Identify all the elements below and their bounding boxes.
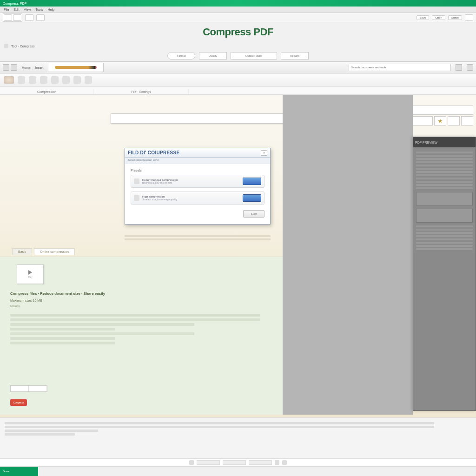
bullet-line xyxy=(10,318,260,321)
preview-text-line xyxy=(416,229,473,231)
status-item-zoom xyxy=(223,460,246,465)
preset-desc: Balanced quality and file size xyxy=(142,181,240,184)
preset-icon xyxy=(134,178,139,184)
app-title: Compress PDF xyxy=(0,26,476,38)
info-subheading-2: Options xyxy=(10,304,20,307)
preview-column xyxy=(283,95,413,415)
right-sidebar-header: PDF PREVIEW xyxy=(413,137,476,147)
redo-icon[interactable] xyxy=(62,76,70,84)
size-input[interactable] xyxy=(11,386,29,391)
preview-field-box[interactable] xyxy=(416,209,473,223)
option-quality[interactable]: Quality xyxy=(199,52,227,60)
toolbar-save[interactable]: Save xyxy=(416,15,430,20)
status-icon xyxy=(189,460,194,465)
status-bar xyxy=(0,458,476,467)
back-button[interactable] xyxy=(4,14,12,21)
info-heading: Compress files · Reduce document size · … xyxy=(10,291,105,296)
preview-text-line xyxy=(416,168,473,170)
compress-button[interactable]: Compress xyxy=(10,399,27,406)
preview-text-line xyxy=(416,171,473,173)
zoom-in-icon[interactable] xyxy=(73,76,81,84)
preset-row-high[interactable]: High compression Smallest size, lower im… xyxy=(131,192,264,205)
preview-text-line xyxy=(416,181,473,183)
folder-icon[interactable] xyxy=(11,64,17,71)
window-titlebar: Compress PDF xyxy=(0,0,476,7)
info-bullets xyxy=(10,312,273,346)
option-format[interactable]: Format xyxy=(167,52,195,60)
status-icon xyxy=(282,460,287,465)
breadcrumb-label: Tool · Compress xyxy=(11,45,35,48)
secondary-toolbar xyxy=(0,73,476,86)
svg-marker-0 xyxy=(438,119,443,123)
option-output[interactable]: Output Folder xyxy=(231,52,277,60)
cut-icon[interactable] xyxy=(18,76,25,84)
lower-tab-basic[interactable]: Basic xyxy=(12,248,32,255)
caption-line xyxy=(125,238,271,240)
dialog-start-button[interactable]: Start xyxy=(243,210,264,218)
option-strip: Format Quality Output Folder Options xyxy=(0,50,476,61)
dialog-close-button[interactable]: × xyxy=(261,150,267,156)
status-item-page xyxy=(249,460,272,465)
preview-text-line xyxy=(416,248,473,250)
document-icon[interactable] xyxy=(3,64,9,71)
bookmark-icon[interactable] xyxy=(448,116,460,126)
settings-icon[interactable] xyxy=(465,14,473,21)
toolbar-open[interactable]: Open xyxy=(432,15,445,20)
play-icon xyxy=(28,270,32,275)
avatar-icon[interactable] xyxy=(4,76,14,84)
edit-tool-box[interactable] xyxy=(48,63,104,72)
zoom-out-icon[interactable] xyxy=(85,76,92,84)
bullet-line xyxy=(10,323,194,326)
forward-button[interactable] xyxy=(13,14,21,21)
preview-text-line xyxy=(416,152,473,153)
preset-select-button[interactable] xyxy=(243,194,261,202)
menu-help[interactable]: Help xyxy=(48,8,54,11)
home-button[interactable] xyxy=(25,14,33,21)
ribbon-search-input[interactable] xyxy=(349,64,451,71)
copy-icon[interactable] xyxy=(29,76,36,84)
lower-tabs: Basic Online compression xyxy=(12,248,75,255)
preview-text-line xyxy=(416,235,473,237)
search-icon[interactable] xyxy=(456,64,462,71)
dialog-title: FILD DI' COIUPRESSE xyxy=(128,150,179,155)
tab-compression[interactable]: Compression xyxy=(0,89,94,94)
preview-text-line xyxy=(416,187,473,189)
refresh-button[interactable] xyxy=(36,14,45,21)
bottom-edge-label: Done xyxy=(0,470,12,473)
info-panel: Play Compress files · Reduce document si… xyxy=(0,257,283,415)
pencil-icon xyxy=(55,66,97,69)
tab-settings[interactable]: File · Settings xyxy=(94,89,188,94)
star-icon[interactable] xyxy=(434,116,446,126)
status-item-ready xyxy=(197,460,220,465)
menu-edit[interactable]: Edit xyxy=(13,8,19,11)
download-icon[interactable] xyxy=(461,116,473,126)
breadcrumb-icon xyxy=(4,44,8,48)
menu-file[interactable]: File xyxy=(4,8,9,11)
undo-icon[interactable] xyxy=(51,76,59,84)
toolbar-share[interactable]: Share xyxy=(448,15,462,20)
lower-tab-online[interactable]: Online compression xyxy=(34,248,75,255)
preview-text-line xyxy=(416,232,473,234)
menu-view[interactable]: View xyxy=(24,8,31,11)
paste-icon[interactable] xyxy=(40,76,47,84)
footer: Done xyxy=(0,417,476,476)
mid-search-panel[interactable] xyxy=(111,113,287,124)
footer-line xyxy=(5,426,434,428)
titlebar-text: Compress PDF xyxy=(3,2,26,5)
app-title-area: Compress PDF xyxy=(0,22,476,42)
preview-text-line xyxy=(416,158,473,160)
preview-field-box[interactable] xyxy=(416,192,473,206)
option-more[interactable]: Options xyxy=(281,52,309,60)
bullet-line xyxy=(10,342,115,344)
play-card[interactable]: Play xyxy=(17,264,44,284)
preview-text-line xyxy=(416,184,473,186)
right-sidebar-body xyxy=(413,147,476,254)
unit-dropdown[interactable] xyxy=(29,386,47,391)
gear-icon[interactable] xyxy=(467,64,473,71)
preview-text-line xyxy=(416,155,473,157)
preset-select-button[interactable] xyxy=(243,178,261,185)
breadcrumb-row: Tool · Compress xyxy=(0,42,476,50)
dialog-footer: Start xyxy=(131,208,264,218)
menu-tools[interactable]: Tools xyxy=(35,8,43,11)
preset-row-recommended[interactable]: Recommended compression Balanced quality… xyxy=(131,175,264,188)
